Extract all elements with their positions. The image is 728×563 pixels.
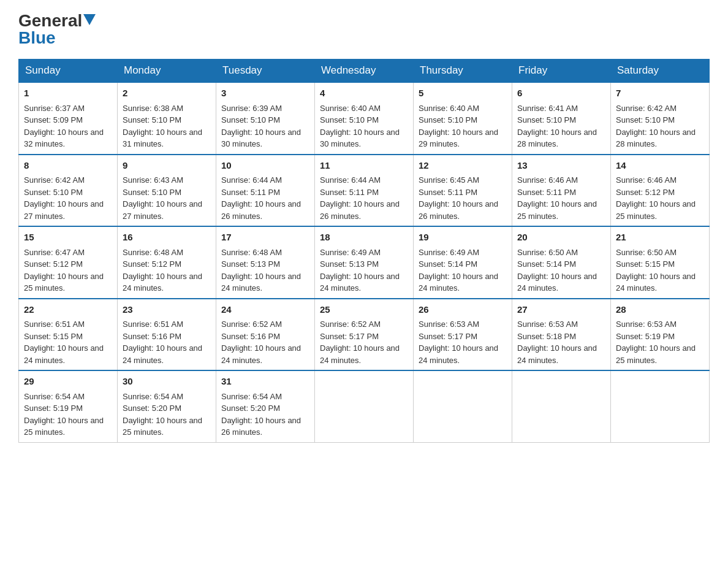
day-info: Sunrise: 6:50 AMSunset: 5:15 PMDaylight:…: [616, 248, 696, 293]
day-number: 21: [616, 231, 704, 245]
day-info: Sunrise: 6:40 AMSunset: 5:10 PMDaylight:…: [320, 104, 400, 149]
day-cell: 20 Sunrise: 6:50 AMSunset: 5:14 PMDaylig…: [512, 226, 611, 299]
day-number: 28: [616, 303, 704, 317]
day-cell: 11 Sunrise: 6:44 AMSunset: 5:11 PMDaylig…: [315, 155, 414, 227]
day-cell: 14 Sunrise: 6:46 AMSunset: 5:12 PMDaylig…: [611, 155, 710, 227]
day-cell: 29 Sunrise: 6:54 AMSunset: 5:19 PMDaylig…: [19, 370, 118, 442]
header-thursday: Thursday: [414, 59, 512, 83]
day-cell: 16 Sunrise: 6:48 AMSunset: 5:12 PMDaylig…: [118, 226, 216, 299]
day-cell: 30 Sunrise: 6:54 AMSunset: 5:20 PMDaylig…: [118, 370, 216, 442]
day-number: 15: [24, 231, 112, 245]
day-number: 3: [221, 86, 309, 101]
day-cell: 23 Sunrise: 6:51 AMSunset: 5:16 PMDaylig…: [118, 299, 216, 371]
day-number: 30: [123, 375, 211, 389]
day-cell: [315, 370, 414, 442]
day-number: 9: [123, 159, 211, 173]
day-cell: 3 Sunrise: 6:39 AMSunset: 5:10 PMDayligh…: [216, 82, 315, 155]
day-number: 14: [616, 159, 704, 173]
day-info: Sunrise: 6:46 AMSunset: 5:11 PMDaylight:…: [517, 175, 597, 221]
day-info: Sunrise: 6:48 AMSunset: 5:13 PMDaylight:…: [221, 248, 301, 293]
day-cell: 28 Sunrise: 6:53 AMSunset: 5:19 PMDaylig…: [611, 299, 710, 371]
day-cell: 17 Sunrise: 6:48 AMSunset: 5:13 PMDaylig…: [216, 226, 315, 299]
day-info: Sunrise: 6:45 AMSunset: 5:11 PMDaylight:…: [419, 175, 498, 221]
day-info: Sunrise: 6:40 AMSunset: 5:10 PMDaylight:…: [419, 104, 498, 149]
day-number: 19: [419, 231, 507, 245]
logo-general: General: [18, 12, 82, 29]
day-number: 22: [24, 303, 112, 317]
day-info: Sunrise: 6:53 AMSunset: 5:19 PMDaylight:…: [616, 320, 696, 365]
header-monday: Monday: [118, 59, 216, 83]
day-info: Sunrise: 6:37 AMSunset: 5:09 PMDaylight:…: [24, 104, 104, 149]
day-info: Sunrise: 6:47 AMSunset: 5:12 PMDaylight:…: [24, 248, 104, 293]
day-number: 31: [221, 375, 309, 389]
day-info: Sunrise: 6:39 AMSunset: 5:10 PMDaylight:…: [221, 104, 301, 149]
day-info: Sunrise: 6:46 AMSunset: 5:12 PMDaylight:…: [616, 175, 696, 221]
day-number: 27: [517, 303, 605, 317]
day-info: Sunrise: 6:42 AMSunset: 5:10 PMDaylight:…: [616, 104, 696, 149]
day-cell: 8 Sunrise: 6:42 AMSunset: 5:10 PMDayligh…: [19, 155, 118, 227]
day-number: 16: [123, 231, 211, 245]
day-info: Sunrise: 6:51 AMSunset: 5:15 PMDaylight:…: [24, 320, 104, 365]
day-cell: 22 Sunrise: 6:51 AMSunset: 5:15 PMDaylig…: [19, 299, 118, 371]
day-number: 6: [517, 86, 605, 101]
week-row-1: 1 Sunrise: 6:37 AMSunset: 5:09 PMDayligh…: [19, 82, 710, 155]
day-cell: 19 Sunrise: 6:49 AMSunset: 5:14 PMDaylig…: [414, 226, 512, 299]
day-number: 5: [419, 86, 507, 101]
calendar-table: SundayMondayTuesdayWednesdayThursdayFrid…: [18, 59, 710, 443]
day-cell: 15 Sunrise: 6:47 AMSunset: 5:12 PMDaylig…: [19, 226, 118, 299]
day-cell: 5 Sunrise: 6:40 AMSunset: 5:10 PMDayligh…: [414, 82, 512, 155]
day-cell: 2 Sunrise: 6:38 AMSunset: 5:10 PMDayligh…: [118, 82, 216, 155]
day-number: 17: [221, 231, 309, 245]
day-number: 23: [123, 303, 211, 317]
header-tuesday: Tuesday: [216, 59, 315, 83]
day-info: Sunrise: 6:49 AMSunset: 5:14 PMDaylight:…: [419, 248, 498, 293]
day-cell: 25 Sunrise: 6:52 AMSunset: 5:17 PMDaylig…: [315, 299, 414, 371]
day-cell: 6 Sunrise: 6:41 AMSunset: 5:10 PMDayligh…: [512, 82, 611, 155]
week-row-3: 15 Sunrise: 6:47 AMSunset: 5:12 PMDaylig…: [19, 226, 710, 299]
day-number: 24: [221, 303, 309, 317]
svg-marker-0: [83, 14, 96, 25]
day-info: Sunrise: 6:53 AMSunset: 5:17 PMDaylight:…: [419, 320, 498, 365]
header-saturday: Saturday: [611, 59, 710, 83]
day-info: Sunrise: 6:49 AMSunset: 5:13 PMDaylight:…: [320, 248, 400, 293]
day-cell: 13 Sunrise: 6:46 AMSunset: 5:11 PMDaylig…: [512, 155, 611, 227]
day-number: 8: [24, 159, 112, 173]
day-number: 13: [517, 159, 605, 173]
day-cell: [512, 370, 611, 442]
day-info: Sunrise: 6:52 AMSunset: 5:16 PMDaylight:…: [221, 320, 301, 365]
day-cell: 12 Sunrise: 6:45 AMSunset: 5:11 PMDaylig…: [414, 155, 512, 227]
day-number: 2: [123, 86, 211, 101]
day-number: 25: [320, 303, 408, 317]
header-friday: Friday: [512, 59, 611, 83]
day-info: Sunrise: 6:41 AMSunset: 5:10 PMDaylight:…: [517, 104, 597, 149]
day-number: 26: [419, 303, 507, 317]
day-cell: 31 Sunrise: 6:54 AMSunset: 5:20 PMDaylig…: [216, 370, 315, 442]
day-cell: 24 Sunrise: 6:52 AMSunset: 5:16 PMDaylig…: [216, 299, 315, 371]
header-wednesday: Wednesday: [315, 59, 414, 83]
day-number: 1: [24, 86, 112, 101]
day-number: 29: [24, 375, 112, 389]
day-cell: 21 Sunrise: 6:50 AMSunset: 5:15 PMDaylig…: [611, 226, 710, 299]
day-cell: 18 Sunrise: 6:49 AMSunset: 5:13 PMDaylig…: [315, 226, 414, 299]
day-number: 20: [517, 231, 605, 245]
day-cell: [414, 370, 512, 442]
day-number: 4: [320, 86, 408, 101]
day-cell: 10 Sunrise: 6:44 AMSunset: 5:11 PMDaylig…: [216, 155, 315, 227]
day-number: 12: [419, 159, 507, 173]
day-info: Sunrise: 6:38 AMSunset: 5:10 PMDaylight:…: [123, 104, 202, 149]
day-number: 11: [320, 159, 408, 173]
day-info: Sunrise: 6:44 AMSunset: 5:11 PMDaylight:…: [221, 175, 301, 221]
day-info: Sunrise: 6:54 AMSunset: 5:19 PMDaylight:…: [24, 392, 104, 437]
page-header: General Blue: [18, 12, 710, 47]
day-info: Sunrise: 6:42 AMSunset: 5:10 PMDaylight:…: [24, 175, 104, 221]
day-info: Sunrise: 6:51 AMSunset: 5:16 PMDaylight:…: [123, 320, 202, 365]
day-info: Sunrise: 6:44 AMSunset: 5:11 PMDaylight:…: [320, 175, 400, 221]
day-info: Sunrise: 6:50 AMSunset: 5:14 PMDaylight:…: [517, 248, 597, 293]
logo-arrow-icon: [83, 14, 96, 26]
day-info: Sunrise: 6:43 AMSunset: 5:10 PMDaylight:…: [123, 175, 202, 221]
day-cell: 26 Sunrise: 6:53 AMSunset: 5:17 PMDaylig…: [414, 299, 512, 371]
day-cell: 1 Sunrise: 6:37 AMSunset: 5:09 PMDayligh…: [19, 82, 118, 155]
week-row-5: 29 Sunrise: 6:54 AMSunset: 5:19 PMDaylig…: [19, 370, 710, 442]
header-sunday: Sunday: [19, 59, 118, 83]
week-row-2: 8 Sunrise: 6:42 AMSunset: 5:10 PMDayligh…: [19, 155, 710, 227]
